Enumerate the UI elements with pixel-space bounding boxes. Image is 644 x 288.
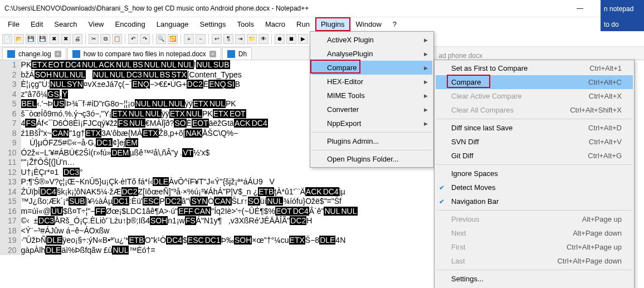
plugins-openfolder[interactable]: Open Plugins Folder... xyxy=(311,152,432,166)
compare-last[interactable]: LastCtrl+Alt+Page down xyxy=(436,254,633,268)
replace-icon[interactable]: 🔁 xyxy=(168,34,178,44)
compare-svn[interactable]: SVN DiffCtrl+Alt+V xyxy=(436,135,633,149)
print-icon[interactable]: 🖨 xyxy=(72,34,82,44)
compare-detectmoves[interactable]: ✔ Detect Moves xyxy=(436,180,633,194)
cut-icon[interactable]: ✂ xyxy=(89,34,99,44)
plugins-compare[interactable]: Compare xyxy=(311,61,432,75)
disk-icon xyxy=(7,50,15,58)
other-window-title: n notepad xyxy=(601,0,644,17)
compare-previous[interactable]: PreviousAlt+Page up xyxy=(436,212,633,226)
indent-icon[interactable]: ⇥ xyxy=(235,34,245,44)
tab-close-icon[interactable]: × xyxy=(209,51,216,57)
menu-encoding[interactable]: Encoding xyxy=(110,17,151,31)
menu-language[interactable]: Language xyxy=(151,17,194,31)
menu-file[interactable]: File xyxy=(2,17,25,31)
find-icon[interactable]: 🔍 xyxy=(156,34,166,44)
menu-tools[interactable]: Tools xyxy=(232,17,260,31)
minimize-button[interactable]: — xyxy=(567,0,593,17)
partial-tab-text: ad phone docx xyxy=(438,52,644,60)
tab-label: how to compare two files in notepad.docx xyxy=(84,50,206,58)
menu-plugins[interactable]: Plugins xyxy=(315,17,350,31)
redo-icon[interactable]: ↷ xyxy=(140,34,150,44)
plugins-menu: ActiveX Plugin AnalysePlugin Compare HEX… xyxy=(310,31,434,168)
menu-window[interactable]: Window xyxy=(350,17,387,31)
gutter: 1234567891011121314151617181920 xyxy=(0,60,21,255)
compare-diffsave[interactable]: Diff since last SaveCtrl+Alt+D xyxy=(436,121,633,135)
titlebar: C:\Users\LENOVO\Downloads\Dharani_S_how … xyxy=(0,0,644,17)
save-icon[interactable]: 💾 xyxy=(26,34,36,44)
plugins-nppexport[interactable]: NppExport xyxy=(311,116,432,130)
menu-help[interactable]: ? xyxy=(387,17,402,31)
folder-icon[interactable]: 📁 xyxy=(247,34,257,44)
compare-ignorespaces[interactable]: Ignore Spaces xyxy=(436,167,633,180)
tab-close-icon[interactable]: × xyxy=(55,51,61,57)
window-title: C:\Users\LENOVO\Downloads\Dharani_S_how … xyxy=(0,4,567,12)
compare-clearall[interactable]: Clear All ComparesCtrl+Alt+Shift+X xyxy=(436,103,633,117)
compare-navbar[interactable]: ✔ Navigation Bar xyxy=(436,194,633,208)
menubar: File Edit Search View Encoding Language … xyxy=(0,17,644,31)
plugins-analyse[interactable]: AnalysePlugin xyxy=(311,47,432,61)
tab-changelog[interactable]: change.log × xyxy=(2,47,66,60)
menu-view[interactable]: View xyxy=(83,17,110,31)
wordwrap-icon[interactable]: ↩ xyxy=(212,34,222,44)
copy-icon[interactable]: ⧉ xyxy=(100,34,110,44)
closeall-icon[interactable]: ✖ xyxy=(61,34,71,44)
check-icon: ✔ xyxy=(439,198,445,206)
plugins-converter[interactable]: Converter xyxy=(311,102,432,116)
disk-icon xyxy=(227,50,235,58)
compare-setfirst[interactable]: Set as First to CompareCtrl+Alt+1 xyxy=(436,61,633,75)
compare-about[interactable]: About... xyxy=(436,286,633,288)
compare-compare[interactable]: CompareCtrl+Alt+C xyxy=(436,75,633,89)
open-icon[interactable]: 📂 xyxy=(14,34,24,44)
compare-menu: Set as First to CompareCtrl+Alt+1 Compar… xyxy=(434,60,635,288)
play-icon[interactable]: ▶ xyxy=(298,34,308,44)
tab-label: Dh xyxy=(238,50,247,58)
compare-first[interactable]: FirstCtrl+Alt+Page up xyxy=(436,240,633,254)
plugins-activex[interactable]: ActiveX Plugin xyxy=(311,33,432,47)
compare-next[interactable]: NextAlt+Page down xyxy=(436,226,633,240)
compare-git[interactable]: Git DiffCtrl+Alt+G xyxy=(436,149,633,163)
compare-settings[interactable]: Settings... xyxy=(436,272,633,286)
menu-macro[interactable]: Macro xyxy=(260,17,291,31)
menu-search[interactable]: Search xyxy=(48,17,82,31)
zoomout-icon[interactable]: － xyxy=(196,34,206,44)
record-icon[interactable]: ⏺ xyxy=(275,34,285,44)
plugins-mime[interactable]: MIME Tools xyxy=(311,89,432,102)
new-icon[interactable]: 📄 xyxy=(2,34,12,44)
zoomin-icon[interactable]: ＋ xyxy=(184,34,194,44)
tab-how-to-compare[interactable]: how to compare two files in notepad.docx… xyxy=(67,47,221,60)
stop-icon[interactable]: ⏹ xyxy=(286,34,296,44)
monitor-icon[interactable]: 👁 xyxy=(258,34,269,44)
menu-run[interactable]: Run xyxy=(291,17,315,31)
tab-label: change.log xyxy=(18,50,51,58)
saveall-icon[interactable]: 💾 xyxy=(37,34,47,44)
undo-icon[interactable]: ↶ xyxy=(128,34,138,44)
plugins-admin[interactable]: Plugins Admin... xyxy=(311,134,432,148)
plugins-hex[interactable]: HEX-Editor xyxy=(311,75,432,89)
paste-icon[interactable]: 📋 xyxy=(112,34,122,44)
tab-dharani[interactable]: Dh xyxy=(222,47,252,60)
disk-icon xyxy=(72,50,80,58)
menu-edit[interactable]: Edit xyxy=(25,17,48,31)
close-icon[interactable]: ✖ xyxy=(49,34,59,44)
other-window-text: to do xyxy=(601,17,644,31)
compare-clearactive[interactable]: Clear Active CompareCtrl+Alt+X xyxy=(436,89,633,103)
check-icon: ✔ xyxy=(439,184,445,192)
allchars-icon[interactable]: ¶ xyxy=(223,34,233,44)
menu-settings[interactable]: Settings xyxy=(194,17,232,31)
